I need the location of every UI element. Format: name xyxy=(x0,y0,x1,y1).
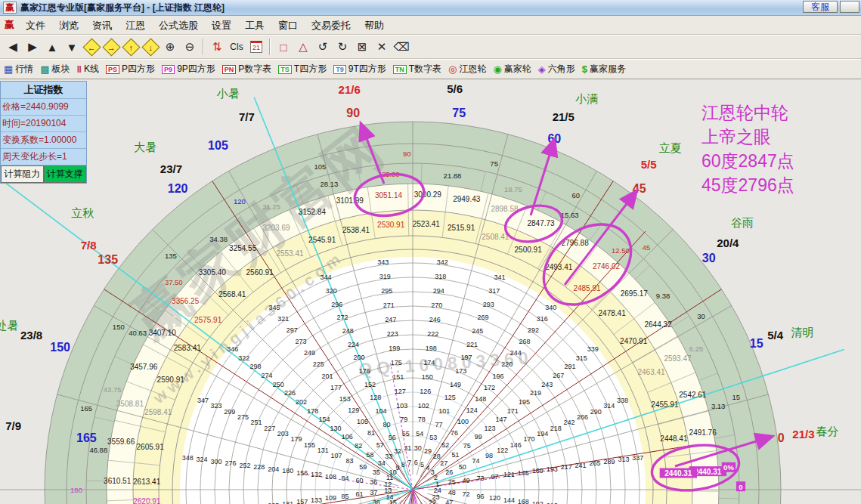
drawing-toolbar: ◀▶▲▼←→↑↓⊕⊖⇅Cls21□△↺↻⊠✕⌫ xyxy=(0,35,861,59)
view-t9-square-button[interactable]: T99T四方形 xyxy=(333,63,386,76)
view-blocks-button[interactable]: ▩板块 xyxy=(40,63,70,76)
price-inner-label: 2455.91 xyxy=(651,400,679,409)
view-hexagon-button[interactable]: ◈六角形 xyxy=(538,63,575,76)
menu-item-帮助[interactable]: 帮助 xyxy=(358,18,391,32)
view-t-square-button[interactable]: TST四方形 xyxy=(278,63,327,76)
svg-text:179: 179 xyxy=(290,435,302,443)
svg-text:3: 3 xyxy=(431,468,435,476)
clipped-title-button[interactable] xyxy=(840,1,859,13)
price-inner-label: 2463.41 xyxy=(637,368,665,376)
svg-text:124: 124 xyxy=(466,407,478,414)
svg-text:105: 105 xyxy=(357,418,368,425)
menu-item-公式选股[interactable]: 公式选股 xyxy=(152,18,205,32)
select-box-icon[interactable]: ⊠ xyxy=(352,38,372,56)
svg-text:274: 274 xyxy=(262,372,273,379)
menu-item-交易委托[interactable]: 交易委托 xyxy=(305,18,358,32)
svg-text:273: 273 xyxy=(295,338,306,345)
calc-resistance-button[interactable]: 计算阻力 xyxy=(1,165,44,183)
zoom-out-icon[interactable]: ⊖ xyxy=(180,38,200,56)
svg-text:129: 129 xyxy=(348,407,359,414)
price-outer-label: 3457.96 xyxy=(130,363,158,371)
solar-date-label: 21/3 xyxy=(792,428,814,441)
svg-text:174: 174 xyxy=(423,359,435,366)
svg-text:227: 227 xyxy=(264,425,275,432)
price-inner-label: 2500.91 xyxy=(515,246,543,254)
percent-label: 46.88 xyxy=(89,446,107,454)
menu-item-工具[interactable]: 工具 xyxy=(238,18,271,32)
shift-left-icon[interactable]: ← xyxy=(82,38,101,56)
svg-text:78: 78 xyxy=(418,416,426,423)
svg-text:170: 170 xyxy=(523,435,534,443)
svg-text:293: 293 xyxy=(483,301,494,308)
nav-up-icon[interactable]: ▲ xyxy=(42,38,62,56)
price-outer-label: 3610.51 xyxy=(104,477,132,485)
svg-text:81: 81 xyxy=(367,429,375,437)
price-outer-label: 3101.99 xyxy=(336,196,364,205)
view-p-number-button[interactable]: PNP数字表 xyxy=(222,63,272,76)
svg-text:52: 52 xyxy=(441,441,449,449)
view-p-square-button[interactable]: PSP四方形 xyxy=(106,63,155,76)
menu-item-资讯[interactable]: 资讯 xyxy=(85,18,119,32)
shift-down-icon[interactable]: ↓ xyxy=(141,38,160,56)
nav-left-icon[interactable]: ◀ xyxy=(3,38,23,56)
outer-degree-label: 15 xyxy=(750,337,763,350)
svg-text:196: 196 xyxy=(493,373,504,380)
svg-text:342: 342 xyxy=(437,258,448,266)
nav-right-icon[interactable]: ▶ xyxy=(23,38,42,56)
nav-down-icon[interactable]: ▼ xyxy=(62,38,82,56)
svg-text:100: 100 xyxy=(457,418,469,425)
view-t-number-button[interactable]: TNT数字表 xyxy=(393,63,441,76)
percent-label: 0% xyxy=(723,463,734,472)
cls-button[interactable]: Cls xyxy=(227,38,246,56)
percent-label: 3.13 xyxy=(711,402,726,410)
menu-item-浏览[interactable]: 浏览 xyxy=(52,18,85,32)
wheel-annotation-text: 江恩轮中轮 上帝之眼 60度2847点 45度2796点 xyxy=(701,100,794,197)
svg-text:226: 226 xyxy=(284,389,296,397)
clear-icon[interactable]: ⌫ xyxy=(392,38,411,56)
svg-text:314: 314 xyxy=(603,402,615,410)
price-outer-label: 3407.10 xyxy=(149,329,177,337)
menu-item-设置[interactable]: 设置 xyxy=(205,18,238,32)
svg-text:201: 201 xyxy=(321,373,333,380)
menu-item-江恩[interactable]: 江恩 xyxy=(119,18,152,32)
app-icon: 赢 xyxy=(3,2,17,14)
t9-square-label: 9T四方形 xyxy=(348,63,386,76)
rotate-cw-icon[interactable]: ↻ xyxy=(333,38,352,56)
solar-date-label: 7/9 xyxy=(5,419,21,432)
svg-text:267: 267 xyxy=(553,372,564,379)
hexagon-icon: ◈ xyxy=(538,63,546,75)
menu-item-文件[interactable]: 文件 xyxy=(19,18,52,32)
calendar-icon[interactable]: 21 xyxy=(246,38,266,56)
svg-text:145: 145 xyxy=(518,469,529,477)
view-winner-wheel-button[interactable]: ◉赢家轮 xyxy=(493,63,531,76)
svg-text:120: 120 xyxy=(489,494,500,502)
calc-support-button[interactable]: 计算支撑 xyxy=(44,165,87,183)
view-kline-button[interactable]: ‖K线 xyxy=(77,63,99,76)
price-outer-label: 3000.29 xyxy=(414,190,442,199)
shift-up-icon[interactable]: ↑ xyxy=(121,38,141,56)
square-tool-icon[interactable]: □ xyxy=(274,38,293,56)
view-p9-square-button[interactable]: P99P四方形 xyxy=(162,63,215,76)
rotate-ccw-icon[interactable]: ↺ xyxy=(313,38,333,56)
toolbar-separator xyxy=(269,39,271,55)
svg-text:175: 175 xyxy=(391,359,402,366)
svg-text:54: 54 xyxy=(416,430,423,438)
view-gann-wheel-button[interactable]: ◎江恩轮 xyxy=(448,63,486,76)
shift-right-icon[interactable]: → xyxy=(101,38,121,56)
zoom-in-icon[interactable]: ⊕ xyxy=(160,38,180,56)
svg-text:109: 109 xyxy=(325,494,336,502)
center-cross-icon[interactable]: ✕ xyxy=(372,38,392,56)
degree-label: 45 xyxy=(643,243,651,252)
view-winner-service-button[interactable]: $赢家服务 xyxy=(582,63,626,76)
svg-text:122: 122 xyxy=(497,447,508,454)
view-quote-grid-button[interactable]: ▦行情 xyxy=(4,63,33,76)
customer-service-button[interactable]: 客服 xyxy=(803,1,838,13)
solar-date-label: 7/8 xyxy=(81,239,97,252)
price-inner-label: 2530.91 xyxy=(377,221,405,229)
menu-item-窗口[interactable]: 窗口 xyxy=(271,18,305,32)
svg-text:241: 241 xyxy=(575,462,587,469)
svg-text:192: 192 xyxy=(532,500,544,504)
triangle-tool-icon[interactable]: △ xyxy=(293,38,313,56)
outer-degree-label: 165 xyxy=(76,431,97,444)
t-updown-icon[interactable]: ⇅ xyxy=(207,38,227,56)
